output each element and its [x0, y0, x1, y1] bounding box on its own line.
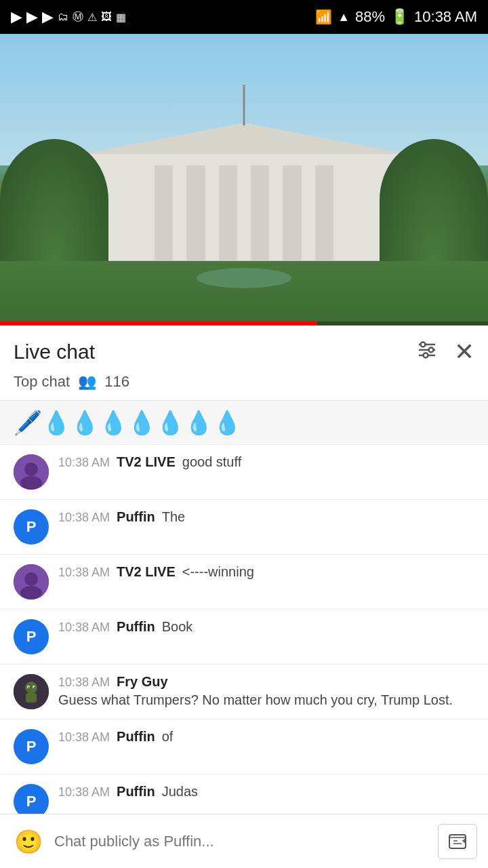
avatar-letter: P	[26, 738, 37, 755]
message-content: 10:38 AM Puffin of	[58, 729, 474, 747]
message-meta: 10:38 AM Puffin Judas	[58, 784, 474, 800]
message-meta: 10:38 AM Puffin The	[58, 509, 474, 525]
send-icon	[447, 831, 468, 852]
notif-icon-1: ▶	[11, 8, 22, 26]
table-row: P 10:38 AM Puffin The	[0, 500, 488, 555]
notif-icon-6: ⚠	[87, 11, 97, 24]
table-row: 10:38 AM TV2 LIVE <----winning	[0, 555, 488, 610]
svg-point-5	[424, 353, 428, 357]
avatar	[14, 454, 49, 490]
column-2	[186, 165, 205, 260]
svg-point-8	[20, 476, 42, 490]
message-text: The	[162, 509, 185, 525]
avatar: P	[14, 619, 49, 654]
whitehouse-columns	[149, 165, 339, 260]
message-time: 10:38 AM	[58, 785, 110, 800]
message-meta: 10:38 AM Puffin of	[58, 729, 474, 745]
message-text: good stuff	[182, 454, 241, 470]
avatar-letter: P	[26, 793, 37, 810]
emoji-icon: 🙂	[14, 828, 43, 855]
avatar-fryguy	[14, 674, 49, 709]
chat-messages-list: 🖊️💧💧💧💧💧💧💧 10:38 AM TV2 LIVE good stuff P	[0, 401, 488, 868]
battery-text: 88%	[355, 8, 385, 26]
wifi-icon: 📶	[315, 9, 332, 25]
svg-point-18	[34, 687, 35, 688]
send-button[interactable]	[438, 824, 477, 859]
message-author: Puffin	[117, 509, 155, 525]
avatar-letter: P	[26, 518, 37, 536]
avatar-tv2-1	[14, 454, 49, 490]
svg-rect-14	[26, 693, 37, 703]
top-chat-label: Top chat	[14, 373, 70, 391]
table-row: P 10:38 AM Puffin Book	[0, 610, 488, 665]
whitehouse-pediment	[81, 123, 407, 154]
chat-sub-row: Top chat 👥 116	[14, 373, 474, 400]
column-4	[251, 165, 269, 260]
message-meta: 10:38 AM Fry Guy	[58, 674, 474, 690]
message-time: 10:38 AM	[58, 511, 110, 525]
avatar: P	[14, 729, 49, 764]
message-meta: 10:38 AM Puffin Book	[58, 619, 474, 635]
tree-right-1	[380, 139, 488, 261]
avatar-tv2-2	[14, 564, 49, 599]
video-player[interactable]	[0, 34, 488, 326]
notif-icon-7: 🖼	[101, 11, 112, 23]
tree-left-1	[0, 139, 108, 261]
message-text: of	[162, 729, 174, 745]
table-row: P 10:38 AM Puffin of	[0, 719, 488, 774]
emoji-content: 🖊️💧💧💧💧💧💧💧	[14, 410, 241, 435]
svg-point-7	[24, 462, 38, 476]
chat-input-field[interactable]	[54, 824, 430, 859]
filter-button[interactable]	[416, 340, 438, 364]
notif-icon-4: 🗂	[58, 11, 68, 23]
message-text: Guess what Trumpers? No matter how much …	[58, 692, 453, 707]
close-button[interactable]: ✕	[454, 338, 474, 366]
svg-point-3	[421, 342, 426, 347]
message-time: 10:38 AM	[58, 456, 110, 470]
time-display: 10:38 AM	[414, 8, 477, 26]
message-time: 10:38 AM	[58, 730, 110, 745]
message-author: TV2 LIVE	[117, 564, 176, 580]
notif-icon-5: Ⓜ	[73, 10, 83, 24]
column-3	[219, 165, 237, 260]
viewers-count: 116	[104, 373, 129, 391]
notif-icon-3: ▶	[42, 8, 54, 26]
svg-point-13	[25, 682, 37, 694]
message-text: <----winning	[182, 564, 254, 580]
message-time: 10:38 AM	[58, 675, 110, 690]
table-row: 10:38 AM Fry Guy Guess what Trumpers? No…	[0, 665, 488, 719]
message-author: TV2 LIVE	[117, 454, 176, 470]
avatar	[14, 564, 49, 599]
livechat-title-row: Live chat ✕	[14, 338, 474, 366]
message-content: 10:38 AM TV2 LIVE good stuff	[58, 454, 474, 473]
svg-point-10	[24, 572, 38, 586]
message-content: 10:38 AM TV2 LIVE <----winning	[58, 564, 474, 583]
message-content: 10:38 AM Puffin The	[58, 509, 474, 528]
status-notifications: ▶ ▶ ▶ 🗂 Ⓜ ⚠ 🖼 ▦	[11, 8, 126, 26]
svg-point-4	[429, 347, 434, 352]
emoji-picker-button[interactable]: 🙂	[11, 824, 46, 859]
svg-rect-19	[449, 835, 466, 848]
chat-input-bar: 🙂	[0, 814, 488, 868]
message-content: 10:38 AM Puffin Book	[58, 619, 474, 637]
emoji-message-row: 🖊️💧💧💧💧💧💧💧	[0, 401, 488, 445]
message-time: 10:38 AM	[58, 566, 110, 580]
signal-icon: ▲	[338, 10, 350, 24]
livechat-controls: ✕	[416, 338, 474, 366]
avatar-letter: P	[26, 628, 37, 646]
message-author: Fry Guy	[117, 674, 168, 690]
filter-icon-svg	[416, 340, 438, 359]
status-system-icons: 📶 ▲ 88% 🔋 10:38 AM	[315, 8, 477, 26]
message-meta: 10:38 AM TV2 LIVE <----winning	[58, 564, 474, 580]
viewers-icon: 👥	[78, 373, 96, 391]
message-author: Puffin	[117, 619, 155, 635]
video-progress-fill	[0, 321, 317, 326]
video-background	[0, 34, 488, 326]
flagpole	[243, 85, 245, 125]
avatar: P	[14, 509, 49, 545]
status-bar: ▶ ▶ ▶ 🗂 Ⓜ ⚠ 🖼 ▦ 📶 ▲ 88% 🔋 10:38 AM	[0, 0, 488, 34]
message-text: Judas	[162, 784, 198, 800]
battery-icon: 🔋	[390, 8, 409, 26]
video-progress-bar[interactable]	[0, 321, 488, 326]
table-row: 10:38 AM TV2 LIVE good stuff	[0, 445, 488, 500]
